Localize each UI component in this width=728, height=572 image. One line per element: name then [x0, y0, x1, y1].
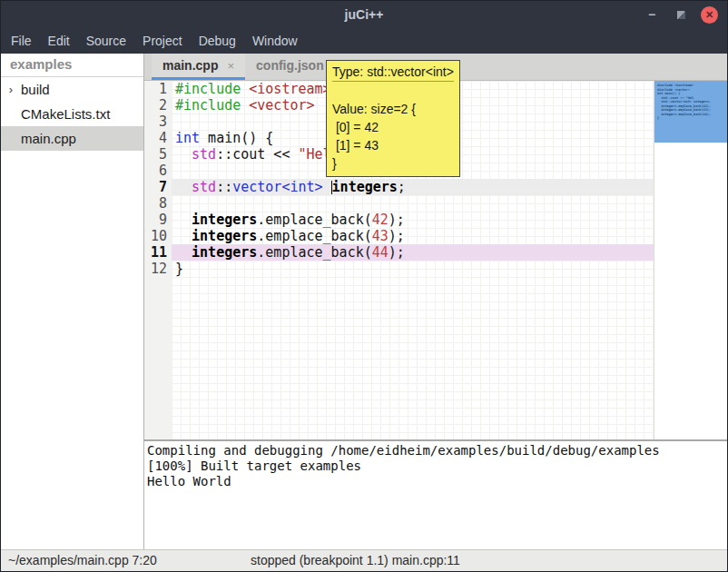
- code-token: [175, 179, 192, 195]
- menu-item-edit[interactable]: Edit: [40, 28, 78, 54]
- close-icon: ✕: [705, 6, 713, 24]
- window-title: juCi++: [345, 7, 384, 22]
- tooltip-line: }: [332, 154, 454, 173]
- code-token: 43: [372, 228, 389, 244]
- tab-label: config.json: [256, 58, 324, 73]
- code-token: integers: [192, 244, 257, 261]
- menu-item-project[interactable]: Project: [134, 28, 191, 54]
- line-number-1[interactable]: 1: [144, 81, 167, 97]
- window-controls: − ✕: [643, 1, 718, 28]
- tooltip-line: [332, 82, 454, 100]
- debug-status: stopped (breakpoint 1.1) main.cpp:11: [251, 553, 460, 567]
- code-token: std: [192, 146, 216, 163]
- sidebar-item-build[interactable]: ›build: [1, 77, 143, 102]
- close-button[interactable]: ✕: [701, 6, 718, 24]
- code-line-11[interactable]: integers.emplace_back(44);: [172, 244, 654, 261]
- menu-item-debug[interactable]: Debug: [191, 28, 244, 54]
- tooltip-line: [0] = 42: [332, 118, 454, 136]
- maximize-button[interactable]: [672, 5, 690, 24]
- code-token: ::: [216, 179, 232, 195]
- title-bar[interactable]: juCi++ − ✕: [1, 1, 727, 28]
- code-token: }: [175, 261, 183, 277]
- line-number-12[interactable]: 12: [144, 261, 167, 277]
- code-line-8[interactable]: [172, 195, 654, 212]
- app-window: juCi++ − ✕ FileEditSourceProjectDebugWin…: [0, 0, 728, 572]
- line-number-8[interactable]: 8: [144, 195, 167, 212]
- menu-item-window[interactable]: Window: [244, 28, 306, 54]
- output-line: Hello World: [147, 474, 727, 489]
- code-token: [175, 228, 192, 244]
- minimize-button[interactable]: −: [643, 5, 661, 24]
- code-token: );: [389, 228, 405, 244]
- code-token: [241, 97, 249, 113]
- code-line-7[interactable]: std::vector<int> integers;: [172, 179, 654, 195]
- code-line-10[interactable]: integers.emplace_back(43);: [172, 228, 654, 244]
- line-number-4[interactable]: 4: [144, 130, 167, 146]
- code-token: ::cout <<: [216, 146, 298, 163]
- code-token: <vector>: [249, 97, 314, 113]
- code-token: .emplace_back(: [257, 212, 371, 228]
- code-token: 44: [372, 244, 389, 261]
- tree-item-label: CMakeLists.txt: [21, 106, 110, 122]
- menu-item-file[interactable]: File: [3, 28, 40, 54]
- code-token: #include: [175, 97, 241, 113]
- tooltip-line: [1] = 43: [332, 136, 454, 154]
- project-name-header: examples: [1, 54, 143, 77]
- output-line: [100%] Built target examples: [147, 459, 727, 474]
- cursor-location-status: ~/examples/main.cpp 7:20: [8, 553, 157, 567]
- code-token: );: [389, 212, 405, 228]
- line-number-9[interactable]: 9: [144, 212, 167, 228]
- code-token: integers: [192, 228, 257, 244]
- line-number-3[interactable]: 3: [144, 113, 167, 130]
- code-token: [241, 81, 249, 97]
- menu-item-source[interactable]: Source: [78, 28, 134, 54]
- status-bar: ~/examples/main.cpp 7:20 stopped (breakp…: [1, 549, 727, 571]
- code-token: #include: [175, 81, 241, 97]
- code-token: std: [192, 179, 216, 195]
- source-minimap[interactable]: #include <iostream>#include <vector>int …: [654, 81, 727, 439]
- line-number-2[interactable]: 2: [144, 97, 167, 113]
- code-token: integers: [332, 179, 398, 195]
- line-number-7[interactable]: 7: [144, 179, 167, 195]
- minimize-icon: −: [648, 7, 655, 22]
- code-line-9[interactable]: integers.emplace_back(42);: [172, 212, 654, 228]
- code-line-12[interactable]: }: [172, 261, 654, 277]
- tab-main-cpp[interactable]: main.cpp×: [152, 54, 245, 80]
- menu-bar: FileEditSourceProjectDebugWindow: [1, 28, 727, 54]
- file-tree-panel: examples ›buildCMakeLists.txtmain.cpp: [1, 54, 144, 549]
- code-token: integers: [192, 212, 257, 228]
- code-token: .emplace_back(: [257, 244, 371, 261]
- tooltip-line: Type: std::vector<int>: [332, 63, 454, 82]
- code-token: main() {: [200, 130, 273, 146]
- minimap-slider[interactable]: #include <iostream>#include <vector>int …: [654, 81, 727, 143]
- code-token: [175, 212, 192, 228]
- sidebar-item-main-cpp[interactable]: main.cpp: [1, 126, 143, 151]
- code-token: [175, 244, 192, 261]
- debug-value-tooltip: Type: std::vector<int>Value: size=2 { [0…: [326, 60, 460, 177]
- code-token: [323, 179, 331, 195]
- code-token: ;: [398, 179, 406, 195]
- tab-close-icon[interactable]: ×: [227, 59, 234, 73]
- tooltip-line: Value: size=2 {: [332, 100, 454, 118]
- line-number-10[interactable]: 10: [144, 228, 167, 244]
- line-number-11[interactable]: 11: [144, 244, 167, 261]
- sidebar-item-cmakelists-txt[interactable]: CMakeLists.txt: [1, 102, 143, 126]
- tree-item-label: main.cpp: [21, 131, 76, 146]
- line-number-gutter[interactable]: 123456789101112: [144, 81, 172, 439]
- code-token: );: [389, 244, 405, 261]
- code-token: .emplace_back(: [257, 228, 371, 244]
- code-token: [175, 146, 192, 163]
- output-panel[interactable]: Compiling and debugging /home/eidheim/ex…: [144, 441, 727, 549]
- file-tree: ›buildCMakeLists.txtmain.cpp: [1, 77, 143, 151]
- maximize-icon: [677, 11, 685, 19]
- code-token: vector<int>: [232, 179, 322, 195]
- tab-config-json[interactable]: config.json: [245, 54, 335, 80]
- tree-item-label: build: [21, 82, 50, 97]
- line-number-5[interactable]: 5: [144, 146, 167, 163]
- output-line: Compiling and debugging /home/eidheim/ex…: [147, 443, 727, 459]
- tab-label: main.cpp: [162, 58, 218, 73]
- code-token: 42: [372, 212, 389, 228]
- line-number-6[interactable]: 6: [144, 163, 167, 179]
- chevron-right-icon[interactable]: ›: [1, 83, 21, 96]
- code-token: <iostream>: [249, 81, 330, 97]
